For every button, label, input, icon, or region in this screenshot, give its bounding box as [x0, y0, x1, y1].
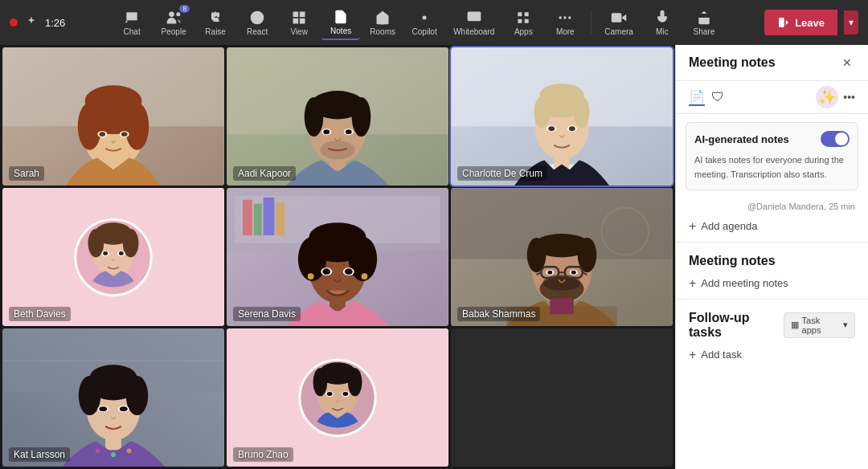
svg-point-65: [103, 251, 108, 255]
notes-tab-document-icon[interactable]: 📄: [689, 89, 705, 106]
chat-button[interactable]: Chat: [113, 6, 151, 39]
toggle-knob: [835, 133, 848, 145]
leave-button[interactable]: Leave: [764, 10, 837, 35]
svg-point-43: [346, 129, 352, 134]
add-meeting-notes-row[interactable]: + Add meeting notes: [676, 271, 868, 296]
svg-point-12: [564, 16, 567, 18]
close-icon[interactable]: ✕: [839, 55, 855, 71]
svg-point-81: [309, 222, 366, 251]
add-task-icon: +: [689, 348, 696, 362]
main-content: Sarah: [0, 45, 868, 469]
video-cell-bruno: Bruno Zhao: [227, 328, 448, 467]
svg-point-131: [313, 368, 328, 396]
video-cell-aadi: Aadi Kapoor: [227, 47, 448, 186]
svg-point-38: [352, 97, 371, 137]
task-apps-button[interactable]: ▦ Task apps ▾: [784, 312, 855, 338]
task-apps-chevron: ▾: [843, 320, 848, 330]
name-tag-sarah: Sarah: [9, 166, 44, 181]
svg-point-82: [308, 273, 314, 279]
name-tag-babak: Babak Shammas: [457, 307, 540, 321]
video-cell-beth: Beth Davies: [2, 188, 224, 326]
notes-panel-title: Meeting notes: [689, 55, 833, 70]
effects-icon: [24, 15, 39, 30]
svg-point-62: [88, 229, 104, 257]
ai-notes-toggle[interactable]: [821, 131, 850, 147]
top-bar-right: Leave ▾: [762, 10, 858, 35]
svg-point-134: [327, 392, 333, 396]
add-task-row[interactable]: + Add task: [676, 343, 868, 367]
call-timer: 1:26: [45, 17, 65, 29]
svg-rect-6: [300, 18, 305, 23]
whiteboard-button[interactable]: Whiteboard: [447, 6, 501, 39]
svg-point-119: [90, 365, 137, 389]
name-tag-bruno: Bruno Zhao: [233, 447, 293, 462]
more-options-button[interactable]: •••: [843, 91, 855, 104]
copilot-button[interactable]: Copilot: [405, 6, 444, 39]
notes-button[interactable]: Notes: [321, 6, 360, 40]
video-cell-serena: Serena Davis: [227, 188, 448, 326]
top-bar-left: 1:26: [10, 15, 74, 30]
svg-rect-3: [293, 11, 299, 17]
followup-section-title: Follow-up tasks: [689, 311, 784, 340]
svg-rect-71: [243, 200, 252, 235]
svg-point-83: [361, 273, 367, 279]
name-tag-serena: Serena Davis: [233, 307, 301, 321]
svg-point-37: [305, 97, 324, 137]
camera-button[interactable]: Camera: [598, 6, 640, 39]
svg-point-136: [342, 392, 348, 396]
raise-button[interactable]: Raise: [196, 6, 235, 39]
people-button[interactable]: 8 People: [154, 6, 193, 39]
svg-point-9: [423, 15, 427, 19]
ai-notes-desc: AI takes notes for everyone during the m…: [694, 155, 844, 179]
video-cell-charlotte: Charlotte De Crum: [451, 47, 673, 186]
mentioned-text: @Daniela Mandera, 25 min: [676, 198, 868, 214]
svg-rect-73: [264, 198, 275, 235]
video-cell-sarah: Sarah: [2, 47, 224, 186]
svg-point-57: [569, 126, 575, 131]
react-button[interactable]: React: [238, 6, 276, 39]
add-task-label: Add task: [701, 349, 742, 361]
add-agenda-icon: +: [689, 219, 696, 234]
notes-panel: Meeting notes ✕ 📄 🛡 ✨ ••• AI-generated n…: [675, 45, 868, 469]
svg-point-126: [127, 448, 132, 453]
svg-point-13: [568, 16, 571, 18]
name-tag-charlotte: Charlotte De Crum: [457, 166, 547, 181]
video-cell-empty: [451, 328, 673, 467]
svg-point-2: [251, 10, 264, 24]
add-agenda-label: Add agenda: [701, 220, 757, 232]
svg-point-123: [120, 406, 128, 411]
svg-rect-112: [2, 360, 223, 361]
svg-point-105: [547, 271, 552, 275]
name-tag-kat: Kat Larsson: [9, 447, 70, 462]
svg-point-29: [121, 132, 128, 137]
leave-dropdown-button[interactable]: ▾: [844, 10, 858, 35]
svg-point-41: [323, 129, 330, 134]
svg-point-63: [123, 229, 139, 257]
svg-point-107: [571, 271, 576, 275]
ai-notes-box: AI-generated notes AI takes notes for ev…: [686, 122, 858, 190]
svg-point-0: [169, 11, 174, 17]
ai-notes-label: AI-generated notes: [694, 133, 789, 145]
svg-rect-10: [467, 11, 481, 21]
share-button[interactable]: Share: [685, 6, 723, 39]
name-tag-aadi: Aadi Kapoor: [233, 166, 296, 181]
task-apps-label: Task apps: [802, 316, 840, 335]
mic-button[interactable]: Mic: [643, 6, 682, 39]
sparkle-button[interactable]: ✨: [816, 86, 838, 108]
svg-point-85: [322, 268, 330, 275]
more-button[interactable]: More: [546, 6, 584, 39]
svg-point-132: [348, 368, 362, 396]
notes-panel-header: Meeting notes ✕: [676, 45, 868, 81]
svg-point-121: [99, 406, 107, 411]
view-button[interactable]: View: [280, 6, 318, 39]
svg-point-125: [111, 452, 116, 457]
ai-notes-row: AI-generated notes: [694, 131, 850, 147]
apps-button[interactable]: Apps: [504, 6, 542, 39]
notes-tab-shield-icon[interactable]: 🛡: [711, 90, 724, 104]
svg-point-53: [539, 84, 583, 106]
add-agenda-row[interactable]: + Add agenda: [676, 214, 868, 239]
record-icon: [10, 18, 18, 27]
followup-header: Follow-up tasks ▦ Task apps ▾: [676, 303, 868, 343]
rooms-button[interactable]: Rooms: [363, 6, 402, 39]
svg-point-25: [85, 85, 142, 116]
